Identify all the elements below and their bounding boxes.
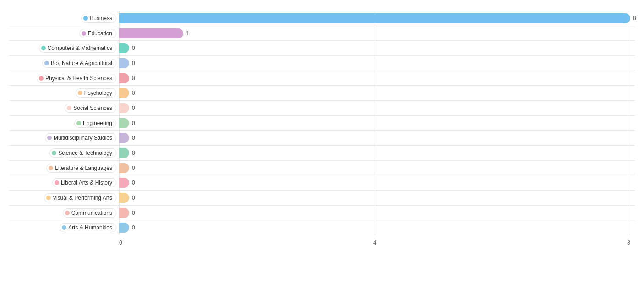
bar-track: 0 [119, 220, 635, 235]
pill-dot [65, 211, 70, 215]
bar-label-cell: Business [9, 14, 119, 23]
bar-row: Physical & Health Sciences0 [9, 71, 635, 86]
x-axis-label: 4 [373, 240, 377, 246]
chart-container: Business8Education1Computers & Mathemati… [0, 0, 644, 289]
bar-fill [119, 148, 129, 158]
bar-fill [119, 208, 129, 218]
chart-area: Business8Education1Computers & Mathemati… [9, 11, 635, 246]
bar-track: 0 [119, 41, 635, 55]
bar-value-label: 0 [132, 90, 135, 96]
bar-value-label: 0 [132, 60, 135, 66]
bar-track: 0 [119, 175, 635, 190]
bar-track: 0 [119, 71, 635, 86]
bar-row: Visual & Performing Arts0 [9, 191, 635, 206]
bar-label-cell: Education [9, 29, 119, 38]
bar-row: Communications0 [9, 206, 635, 221]
bar-label-cell: Physical & Health Sciences [9, 74, 119, 83]
pill-dot [62, 225, 66, 230]
bar-track: 0 [119, 116, 635, 131]
bar-label-cell: Multidisciplinary Studies [9, 133, 119, 142]
bar-label-text: Bio, Nature & Agricultural [51, 60, 112, 66]
bar-label-text: Literature & Languages [55, 165, 112, 171]
pill-dot [78, 91, 82, 95]
label-pill: Science & Technology [49, 148, 116, 158]
bar-fill [119, 133, 129, 143]
pill-dot [76, 121, 81, 125]
bar-value-label: 0 [132, 120, 135, 126]
bar-value-label: 0 [132, 135, 135, 141]
bar-row: Computers & Mathematics0 [9, 41, 635, 56]
bar-fill [119, 43, 129, 53]
bar-label-text: Business [90, 15, 112, 22]
label-pill: Social Sciences [65, 104, 116, 113]
pill-dot [55, 180, 59, 185]
label-pill: Visual & Performing Arts [44, 193, 116, 202]
bar-row: Science & Technology0 [9, 146, 635, 161]
label-pill: Education [79, 29, 116, 38]
bar-track: 0 [119, 191, 635, 205]
bar-label-cell: Social Sciences [9, 104, 119, 113]
bar-value-label: 0 [132, 45, 135, 51]
bar-value-label: 0 [132, 195, 135, 201]
bar-label-cell: Literature & Languages [9, 164, 119, 173]
bar-fill [119, 118, 129, 128]
label-pill: Business [81, 14, 116, 23]
bar-label-text: Multidisciplinary Studies [54, 135, 112, 141]
bar-track: 0 [119, 86, 635, 100]
bar-label-cell: Engineering [9, 119, 119, 128]
bar-value-label: 0 [132, 165, 135, 171]
bar-fill [119, 193, 129, 203]
x-axis-label: 8 [627, 240, 630, 246]
label-pill: Psychology [76, 88, 116, 98]
bar-fill [119, 28, 183, 38]
label-pill: Multidisciplinary Studies [45, 133, 116, 142]
pill-dot [82, 31, 86, 36]
bar-fill [119, 73, 129, 83]
x-axis: 048 [119, 240, 630, 246]
bar-label-text: Liberal Arts & History [61, 180, 112, 186]
pill-dot [44, 61, 49, 65]
bar-track: 1 [119, 26, 635, 41]
bar-track: 0 [119, 206, 635, 220]
bar-value-label: 8 [633, 15, 636, 22]
bar-fill [119, 88, 129, 98]
label-pill: Arts & Humanities [60, 223, 116, 232]
bar-row: Engineering0 [9, 116, 635, 131]
bar-track: 0 [119, 161, 635, 175]
bar-label-text: Engineering [83, 120, 112, 126]
bar-value-label: 0 [132, 150, 135, 156]
label-pill: Physical & Health Sciences [37, 74, 116, 83]
bar-label-text: Visual & Performing Arts [53, 195, 112, 201]
bar-label-cell: Computers & Mathematics [9, 44, 119, 53]
bar-value-label: 0 [132, 210, 135, 216]
x-axis-label: 0 [119, 240, 122, 246]
bar-value-label: 0 [132, 105, 135, 111]
bar-label-cell: Science & Technology [9, 148, 119, 158]
label-pill: Communications [63, 208, 116, 218]
bar-fill [119, 178, 129, 188]
bar-row: Bio, Nature & Agricultural0 [9, 56, 635, 71]
bar-track: 0 [119, 131, 635, 145]
bar-fill [119, 13, 630, 23]
bars-wrapper: Business8Education1Computers & Mathemati… [9, 11, 635, 235]
bar-row: Psychology0 [9, 86, 635, 101]
bar-row: Arts & Humanities0 [9, 220, 635, 235]
bar-value-label: 1 [186, 30, 189, 37]
bar-label-cell: Bio, Nature & Agricultural [9, 59, 119, 68]
bar-value-label: 0 [132, 75, 135, 82]
pill-dot [46, 196, 51, 200]
label-pill: Engineering [74, 119, 116, 128]
pill-dot [41, 46, 46, 50]
label-pill: Liberal Arts & History [52, 178, 116, 187]
bar-fill [119, 103, 129, 113]
bar-label-cell: Arts & Humanities [9, 223, 119, 232]
pill-dot [67, 106, 71, 110]
bar-value-label: 0 [132, 180, 135, 186]
bar-row: Liberal Arts & History0 [9, 175, 635, 191]
label-pill: Literature & Languages [46, 164, 116, 173]
bar-row: Literature & Languages0 [9, 161, 635, 176]
bar-track: 0 [119, 56, 635, 71]
label-pill: Computers & Mathematics [39, 44, 116, 53]
bar-track: 0 [119, 101, 635, 115]
bar-label-cell: Psychology [9, 88, 119, 98]
